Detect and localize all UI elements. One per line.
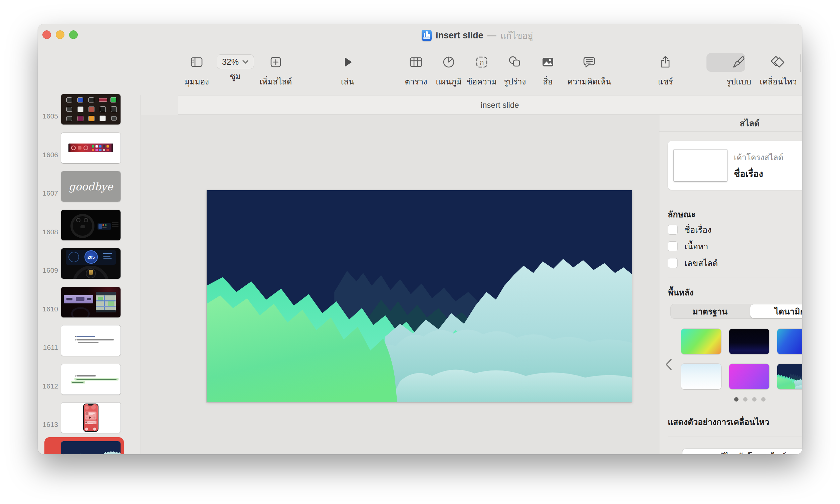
slide-number: 1608 <box>38 228 58 236</box>
add-slide-icon <box>251 50 301 74</box>
play-icon <box>322 50 373 74</box>
section-divider <box>668 277 802 277</box>
slide-number: 1610 <box>38 305 58 313</box>
slide-layout-card[interactable]: เค้าโครงสไลด์ ชื่อเรื่อง <box>668 141 802 190</box>
slide-row-1614-selected[interactable]: 1614 <box>38 437 141 454</box>
segment-standard[interactable]: มาตรฐาน <box>671 304 750 319</box>
slide-canvas <box>141 115 659 454</box>
slide-number: 1611 <box>38 343 58 352</box>
background-swatch-rainbow[interactable] <box>681 329 721 354</box>
toolbar: มุมมอง 32% ซูม เพิ่มสไลด์ เล่น ตาราง <box>178 49 802 95</box>
close-window-button[interactable] <box>42 30 51 39</box>
share-button[interactable]: แชร์ <box>640 50 691 88</box>
slide-row-1606[interactable]: 1606 <box>38 129 141 167</box>
svg-text:ก: ก <box>480 59 484 66</box>
body-checkbox[interactable] <box>668 241 678 251</box>
background-swatch-mountains[interactable] <box>777 364 802 389</box>
slide-number: 1609 <box>38 266 58 274</box>
title-separator: — <box>487 30 497 41</box>
page-dot-2[interactable] <box>743 397 748 401</box>
minimize-window-button[interactable] <box>56 30 65 39</box>
background-section-title: พื้นหลัง <box>668 286 694 299</box>
slide-row-1607[interactable]: 1607 goodbye <box>38 167 141 205</box>
slide-row-1609[interactable]: 1609 205 <box>38 244 141 283</box>
slide-thumbnail-highlighted-text[interactable] <box>61 364 121 395</box>
background-type-segmented-control: มาตรฐาน ไดนามิก <box>671 304 802 319</box>
background-swatch-blue[interactable] <box>777 329 802 354</box>
page-dot-3[interactable] <box>752 397 756 401</box>
background-swatch-light-mist[interactable] <box>681 364 721 389</box>
play-button[interactable]: เล่น <box>322 50 373 88</box>
slide-thumbnail-red-iphone[interactable] <box>61 402 121 433</box>
slide-row-1611[interactable]: 1611 <box>38 321 141 360</box>
animation-preview-label: แสดงตัวอย่างการเคลื่อนไหว <box>668 415 769 429</box>
layout-preview-thumbnail <box>674 149 727 181</box>
layout-card-label: เค้าโครงสไลด์ <box>734 151 783 164</box>
slide-row-1610[interactable]: 1610 <box>38 283 141 321</box>
toolbar-separator <box>800 54 801 72</box>
slide-number: 1605 <box>38 112 58 120</box>
slide-thumbnail-car-interior[interactable] <box>61 210 121 240</box>
slide-row-1613[interactable]: 1613 <box>38 398 141 437</box>
window-title-group: insert slide — แก้ไขอยู่ <box>422 29 533 42</box>
slide-thumbnail-carplay-banner[interactable] <box>61 133 121 163</box>
zoom-dropdown[interactable]: 32% <box>217 54 254 69</box>
keynote-app-icon <box>422 30 432 41</box>
swatch-prev-chevron-icon[interactable] <box>664 358 674 371</box>
edited-status: แก้ไขอยู่ <box>500 29 533 43</box>
appearance-section-title: ลักษณะ <box>668 208 696 221</box>
slide-row-1605[interactable]: 1605 <box>38 90 141 128</box>
document-title: insert slide <box>436 30 483 41</box>
slide-number: 1607 <box>38 189 58 197</box>
comment-button[interactable]: ความคิดเห็น <box>564 50 614 88</box>
segment-dynamic[interactable]: ไดนามิก <box>750 304 802 318</box>
slide-thumbnail-gauge-cluster[interactable]: 205 <box>61 248 121 279</box>
swatch-page-dots <box>659 397 802 401</box>
chevron-down-icon <box>242 59 249 64</box>
section-divider <box>668 436 802 437</box>
document-button[interactable]: เอกสาร <box>792 50 802 88</box>
speed-value: 205 <box>88 255 95 260</box>
page-dot-1[interactable] <box>734 397 738 401</box>
add-slide-button[interactable]: เพิ่มสไลด์ <box>251 50 301 88</box>
checkbox-row-body[interactable]: เนื้อหา <box>668 240 708 252</box>
slide-navigator: 1605 <box>38 49 141 454</box>
page-dot-4[interactable] <box>761 397 766 401</box>
slide-number-checkbox[interactable] <box>668 258 678 268</box>
slide-thumbnail-night-dashboard[interactable] <box>61 287 121 318</box>
title-checkbox[interactable] <box>668 224 678 235</box>
current-slide[interactable] <box>207 190 632 402</box>
background-swatch-dark-night[interactable] <box>729 329 769 354</box>
zoom-window-button[interactable] <box>69 30 78 39</box>
slide-number: 1606 <box>38 151 58 159</box>
format-panel: สไลด์ เค้าโครงสไลด์ ชื่อเรื่อง ลักษณะ ชื… <box>659 115 802 454</box>
background-swatch-magenta[interactable] <box>729 364 769 389</box>
slide-row-1612[interactable]: 1612 <box>38 360 141 398</box>
slide-row-1608[interactable]: 1608 <box>38 206 141 244</box>
document-icon <box>792 50 802 74</box>
slide-number: 1613 <box>38 420 58 429</box>
slide-thumbnail-goodbye[interactable]: goodbye <box>61 171 121 202</box>
comment-icon <box>564 50 614 74</box>
tab-insert-slide[interactable]: insert slide <box>178 95 802 114</box>
checkbox-row-slide-number[interactable]: เลขสไลด์ <box>668 257 718 269</box>
tab-bar: insert slide + <box>178 95 802 115</box>
keynote-window: insert slide — แก้ไขอยู่ มุมมอง 32% ซูม … <box>38 24 802 454</box>
title-bar: insert slide — แก้ไขอยู่ <box>38 24 802 49</box>
checkbox-row-title[interactable]: ชื่อเรื่อง <box>668 223 712 236</box>
slide-thumbnail-app-grid[interactable] <box>61 94 121 125</box>
slide-number: 1612 <box>38 382 58 390</box>
layout-card-value: ชื่อเรื่อง <box>734 166 783 181</box>
goodbye-text: goodbye <box>69 181 113 193</box>
slide-thumbnail-teal-mountains[interactable] <box>61 441 121 454</box>
share-icon <box>640 50 691 74</box>
panel-title: สไลด์ <box>659 115 802 131</box>
edit-slide-layout-button[interactable]: แก้ไขเค้าโครงสไลด์ <box>682 449 802 454</box>
slide-thumbnail-bullet-text[interactable] <box>61 325 121 356</box>
